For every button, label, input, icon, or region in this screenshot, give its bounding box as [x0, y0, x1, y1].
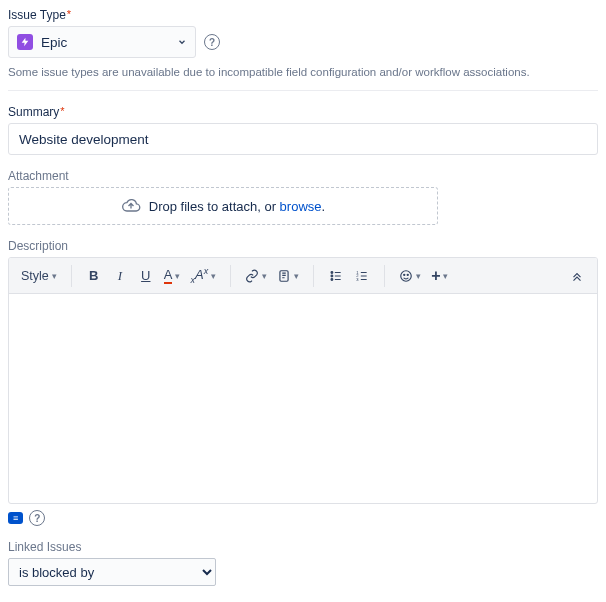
more-button[interactable]: +▾	[427, 264, 452, 288]
text-color-button[interactable]: A▾	[160, 264, 185, 288]
link-button[interactable]: ▾	[241, 264, 271, 288]
numbered-list-button[interactable]: 123	[350, 264, 374, 288]
editor-mode-badge[interactable]: ≡	[8, 512, 23, 524]
attachment-label: Attachment	[8, 169, 598, 183]
issue-type-select[interactable]: Epic	[8, 26, 196, 58]
attachment-button[interactable]: ▾	[273, 264, 303, 288]
required-star: *	[60, 105, 64, 117]
toolbar-separator	[71, 265, 72, 287]
summary-input[interactable]	[8, 123, 598, 155]
bullet-list-button[interactable]	[324, 264, 348, 288]
svg-point-13	[401, 270, 412, 281]
svg-text:3: 3	[356, 276, 359, 281]
toolbar-separator	[230, 265, 231, 287]
svg-point-3	[331, 275, 333, 277]
cloud-upload-icon	[121, 196, 141, 216]
svg-point-15	[407, 274, 408, 275]
browse-link[interactable]: browse	[280, 199, 322, 214]
description-textarea[interactable]	[9, 294, 597, 500]
linked-issues-label: Linked Issues	[8, 540, 598, 554]
issue-type-label: Issue Type*	[8, 8, 598, 22]
help-icon[interactable]: ?	[29, 510, 45, 526]
help-icon[interactable]: ?	[204, 34, 220, 50]
linked-issues-select[interactable]: is blocked by	[8, 558, 216, 586]
required-star: *	[67, 8, 71, 20]
description-editor: Style▾ B I U A▾ xAx▾ ▾	[8, 257, 598, 504]
underline-button[interactable]: U	[134, 264, 158, 288]
italic-button[interactable]: I	[108, 264, 132, 288]
chevron-down-icon	[177, 37, 187, 47]
description-label: Description	[8, 239, 598, 253]
toolbar-separator	[313, 265, 314, 287]
bold-button[interactable]: B	[82, 264, 106, 288]
summary-label: Summary*	[8, 105, 598, 119]
svg-point-5	[331, 278, 333, 280]
editor-toolbar: Style▾ B I U A▾ xAx▾ ▾	[9, 258, 597, 294]
svg-point-1	[331, 271, 333, 273]
style-dropdown[interactable]: Style▾	[17, 264, 61, 288]
toolbar-separator	[384, 265, 385, 287]
epic-icon	[17, 34, 33, 50]
emoji-button[interactable]: ▾	[395, 264, 425, 288]
issue-type-value: Epic	[41, 35, 67, 50]
issue-type-hint: Some issue types are unavailable due to …	[8, 66, 598, 78]
collapse-toolbar-button[interactable]	[565, 264, 589, 288]
attachment-dropzone[interactable]: Drop files to attach, or browse.	[8, 187, 438, 225]
divider	[8, 90, 598, 91]
dropzone-text: Drop files to attach, or browse.	[149, 199, 325, 214]
clear-formatting-button[interactable]: xAx▾	[186, 264, 220, 288]
svg-point-14	[404, 274, 405, 275]
